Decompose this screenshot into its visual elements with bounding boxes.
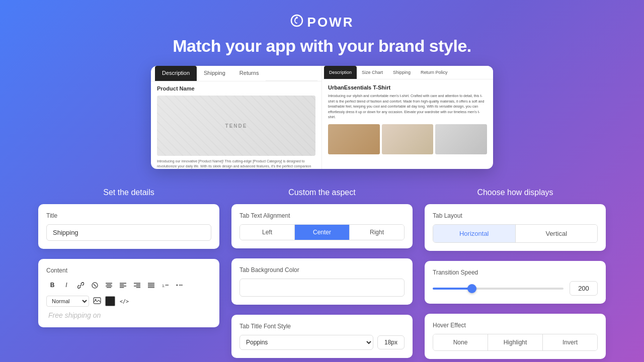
preview-tab-description-left[interactable]: Description [155, 66, 197, 81]
font-style-label: Tab Title Font Style [239, 323, 405, 330]
preview-product-desc: Introducing our stylish and comfortable … [328, 94, 487, 120]
preview-tab-returnpolicy-right[interactable]: Return Policy [416, 66, 453, 79]
hover-btn-group: None Highlight Invert [433, 334, 598, 351]
preview-tab-shipping-left[interactable]: Shipping [197, 66, 232, 81]
preview-tab-shipping-right[interactable]: Shipping [388, 66, 416, 79]
logo: POWR [0, 14, 644, 30]
speed-row [433, 281, 598, 296]
bg-color-panel: Tab Background Color [231, 258, 413, 305]
preview-left: Description Shipping Returns Product Nam… [151, 66, 322, 169]
align-left-tab-button[interactable]: Left [240, 225, 295, 240]
horizontal-layout-button[interactable]: Horizontal [433, 225, 516, 242]
text-color-picker[interactable] [105, 296, 115, 306]
speed-slider-thumb[interactable] [467, 284, 476, 293]
preview-tabs-left: Description Shipping Returns [151, 66, 321, 81]
preview-container: Description Shipping Returns Product Nam… [151, 66, 493, 169]
logo-text: POWR [307, 15, 354, 30]
clear-format-button[interactable] [89, 279, 101, 291]
header: POWR Match your app with your brand styl… [0, 0, 644, 66]
bg-color-input-row[interactable] [239, 279, 405, 297]
section-details: Set the details Title Content B I [38, 188, 219, 359]
preview-tab-description-right[interactable]: Description [324, 66, 357, 79]
align-right-button[interactable] [131, 279, 143, 291]
section-display: Choose how displays Tab Layout Horizonta… [425, 188, 606, 359]
section-aspect: Custom the aspect Tab Text Alignment Lef… [231, 188, 413, 359]
preview-tab-returns-left[interactable]: Returns [232, 66, 266, 81]
layout-label: Tab Layout [433, 212, 598, 219]
title-panel: Title [38, 204, 219, 249]
title-input[interactable] [46, 224, 211, 241]
align-center-button[interactable] [103, 279, 115, 291]
preview-product-images [328, 124, 487, 154]
hover-invert-button[interactable]: Invert [543, 334, 597, 350]
preview-right: Description Size Chart Shipping Return P… [322, 66, 493, 169]
align-right-tab-button[interactable]: Right [350, 225, 404, 240]
code-button[interactable]: </> [118, 295, 130, 307]
preview-product-title: UrbanEssentials T-Shirt [328, 84, 487, 90]
image-insert-button[interactable] [92, 296, 102, 306]
title-label: Title [46, 212, 211, 219]
content-preview-text: Free shipping on [46, 307, 211, 319]
tagline: Match your app with your brand style. [0, 36, 644, 56]
svg-line-3 [93, 284, 96, 287]
bg-color-swatch [245, 282, 399, 293]
transition-label: Transition Speed [433, 269, 598, 276]
bg-color-label: Tab Background Color [239, 266, 405, 274]
svg-text:1.: 1. [162, 283, 165, 288]
toolbar: B I [46, 279, 211, 291]
speed-slider-fill [433, 288, 472, 290]
sections: Set the details Title Content B I [0, 178, 644, 359]
svg-point-22 [176, 284, 178, 286]
alignment-panel: Tab Text Alignment Left Center Right [231, 204, 413, 248]
speed-input[interactable] [570, 281, 598, 296]
preview-product-name: Product Name [151, 81, 321, 96]
preview-desc-text: Introducing our innovative [Product Name… [151, 156, 321, 169]
layout-panel: Tab Layout Horizontal Vertical [425, 204, 606, 251]
font-style-panel: Tab Title Font Style Poppins Roboto Open… [231, 315, 413, 358]
preview-product-image: TENDE [157, 96, 315, 156]
preview-tabs-right: Description Size Chart Shipping Return P… [322, 66, 493, 79]
align-center-tab-button[interactable]: Center [295, 225, 350, 240]
svg-rect-24 [94, 298, 101, 304]
hover-label: Hover Effect [433, 322, 598, 329]
layout-btn-group: Horizontal Vertical [433, 224, 598, 243]
transition-panel: Transition Speed [425, 261, 606, 304]
preview-right-content: UrbanEssentials T-Shirt Introducing our … [322, 79, 493, 159]
bold-button[interactable]: B [46, 279, 58, 291]
speed-slider-wrapper[interactable] [433, 283, 564, 295]
alignment-btn-group: Left Center Right [239, 224, 405, 240]
hover-panel: Hover Effect None Highlight Invert [425, 314, 606, 359]
content-panel: Content B I [38, 259, 219, 327]
italic-button[interactable]: I [60, 279, 72, 291]
preview-img-2 [382, 124, 434, 154]
hover-none-button[interactable]: None [433, 334, 488, 350]
link-button[interactable] [74, 279, 87, 291]
format-select[interactable]: Normal Heading 1 Heading 2 [46, 296, 89, 307]
speed-slider-track [433, 288, 564, 290]
align-left-button[interactable] [117, 279, 129, 291]
unordered-list-button[interactable] [173, 279, 185, 291]
align-justify-button[interactable] [145, 279, 157, 291]
section-aspect-title: Custom the aspect [231, 188, 413, 197]
section-details-title: Set the details [38, 188, 219, 197]
vertical-layout-button[interactable]: Vertical [516, 225, 598, 242]
content-label: Content [46, 267, 211, 274]
preview-img-3 [435, 124, 487, 154]
hover-highlight-button[interactable]: Highlight [488, 334, 543, 350]
font-family-select[interactable]: Poppins Roboto Open Sans [239, 335, 373, 350]
preview-tab-sizechart-right[interactable]: Size Chart [357, 66, 388, 79]
font-style-row: Poppins Roboto Open Sans [239, 335, 405, 350]
logo-icon [290, 14, 303, 30]
preview-img-1 [328, 124, 380, 154]
svg-point-1 [296, 17, 298, 19]
ordered-list-button[interactable]: 1. [159, 279, 171, 291]
section-display-title: Choose how displays [425, 188, 606, 197]
alignment-label: Tab Text Alignment [239, 212, 405, 219]
font-size-input[interactable] [377, 335, 405, 349]
